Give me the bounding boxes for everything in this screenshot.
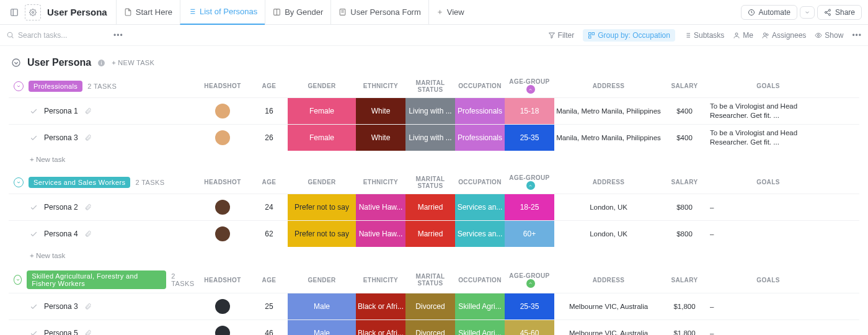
- group-label[interactable]: Services and Sales Workers: [29, 177, 130, 188]
- column-header[interactable]: GENDER: [288, 83, 356, 89]
- column-header[interactable]: HEADSHOT: [195, 83, 250, 89]
- address-cell[interactable]: Manila, Metro Manila, Philippines: [554, 98, 663, 124]
- sort-badge-icon[interactable]: [526, 85, 535, 94]
- tag-cell[interactable]: Native Haw...: [356, 194, 405, 220]
- address-cell[interactable]: Melbourne VIC, Australia: [554, 293, 663, 319]
- column-header[interactable]: GOALS: [706, 83, 830, 89]
- share-button[interactable]: Share: [817, 5, 862, 20]
- headshot-cell[interactable]: [195, 125, 250, 151]
- salary-cell[interactable]: $400: [663, 98, 706, 124]
- column-header[interactable]: HEADSHOT: [195, 179, 250, 185]
- tag-cell[interactable]: Female: [288, 125, 356, 151]
- salary-cell[interactable]: $1,800: [663, 293, 706, 319]
- column-header[interactable]: GENDER: [288, 277, 356, 284]
- new-task-button[interactable]: + New task: [9, 247, 859, 259]
- check-icon[interactable]: [30, 134, 38, 142]
- automate-button[interactable]: Automate: [741, 5, 797, 20]
- tab-user-persona-form[interactable]: User Persona Form: [330, 0, 428, 25]
- address-cell[interactable]: London, UK: [554, 221, 663, 247]
- task-name-cell[interactable]: Persona 3: [9, 125, 195, 151]
- search-input[interactable]: [18, 31, 105, 40]
- table-row[interactable]: Persona 325MaleBlack or Afri...DivorcedS…: [9, 293, 859, 319]
- goals-cell[interactable]: –: [706, 320, 830, 335]
- table-row[interactable]: Persona 326FemaleWhiteLiving with ...Pro…: [9, 124, 859, 151]
- headshot-cell[interactable]: [195, 293, 250, 319]
- column-header[interactable]: SALARY: [663, 179, 706, 185]
- space-settings-icon[interactable]: [25, 4, 41, 20]
- tag-cell[interactable]: 18-25: [505, 194, 554, 220]
- table-row[interactable]: Persona 116FemaleWhiteLiving with ...Pro…: [9, 97, 859, 124]
- address-cell[interactable]: Melbourne VIC, Australia: [554, 320, 663, 335]
- table-row[interactable]: Persona 546MaleBlack or Afri...DivorcedS…: [9, 319, 859, 335]
- tag-cell[interactable]: Prefer not to say: [288, 194, 356, 220]
- column-header[interactable]: SALARY: [663, 83, 706, 89]
- tag-cell[interactable]: Divorced: [405, 320, 455, 335]
- tag-cell[interactable]: Male: [288, 293, 356, 319]
- tag-cell[interactable]: Services an...: [455, 194, 505, 220]
- column-header[interactable]: OCCUPATION: [455, 179, 505, 185]
- headshot-cell[interactable]: [195, 194, 250, 220]
- tag-cell[interactable]: Black or Afri...: [356, 293, 405, 319]
- column-header[interactable]: ETHNICITY: [356, 83, 405, 89]
- check-icon[interactable]: [30, 203, 38, 212]
- goals-cell[interactable]: –: [706, 293, 830, 319]
- sort-badge-icon[interactable]: [526, 279, 535, 288]
- tag-cell[interactable]: Married: [405, 194, 455, 220]
- table-row[interactable]: Persona 224Prefer not to sayNative Haw..…: [9, 194, 859, 220]
- column-header[interactable]: AGE: [250, 83, 288, 89]
- tag-cell[interactable]: Professionals: [455, 98, 505, 124]
- tag-cell[interactable]: Professionals: [455, 125, 505, 151]
- column-header[interactable]: ETHNICITY: [356, 277, 405, 284]
- sort-badge-icon[interactable]: [526, 181, 535, 190]
- column-header[interactable]: ADDRESS: [554, 179, 663, 185]
- column-header[interactable]: HEADSHOT: [195, 277, 250, 284]
- tag-cell[interactable]: 25-35: [505, 293, 554, 319]
- age-cell[interactable]: 46: [250, 320, 288, 335]
- subtasks-button[interactable]: Subtasks: [684, 31, 724, 40]
- address-cell[interactable]: London, UK: [554, 194, 663, 220]
- tag-cell[interactable]: Living with ...: [405, 98, 455, 124]
- tag-cell[interactable]: Black or Afri...: [356, 320, 405, 335]
- attachment-icon[interactable]: [84, 329, 92, 335]
- headshot-cell[interactable]: [195, 320, 250, 335]
- new-task-header-button[interactable]: + NEW TASK: [112, 59, 154, 66]
- tag-cell[interactable]: Female: [288, 98, 356, 124]
- tag-cell[interactable]: 45-60: [505, 320, 554, 335]
- tag-cell[interactable]: Skilled Agri...: [455, 293, 505, 319]
- column-header[interactable]: OCCUPATION: [455, 277, 505, 284]
- column-header[interactable]: GOALS: [706, 179, 830, 185]
- address-cell[interactable]: Manila, Metro Manila, Philippines: [554, 125, 663, 151]
- group-by-button[interactable]: Group by: Occupation: [583, 29, 675, 42]
- goals-cell[interactable]: To be a Virologist and Head Researcher. …: [706, 98, 830, 124]
- column-header[interactable]: AGE: [250, 277, 288, 284]
- toolbar-more-icon[interactable]: •••: [852, 31, 862, 40]
- table-row[interactable]: Persona 462Prefer not to sayNative Haw..…: [9, 220, 859, 247]
- column-header[interactable]: ADDRESS: [554, 277, 663, 284]
- salary-cell[interactable]: $800: [663, 221, 706, 247]
- tag-cell[interactable]: White: [356, 98, 405, 124]
- tag-cell[interactable]: Skilled Agri...: [455, 320, 505, 335]
- goals-cell[interactable]: –: [706, 221, 830, 247]
- task-name-cell[interactable]: Persona 1: [9, 98, 195, 124]
- column-header[interactable]: MARITAL STATUS: [405, 273, 455, 287]
- tag-cell[interactable]: Native Haw...: [356, 221, 405, 247]
- column-header[interactable]: GENDER: [288, 179, 356, 185]
- age-cell[interactable]: 16: [250, 98, 288, 124]
- show-button[interactable]: Show: [815, 31, 843, 40]
- salary-cell[interactable]: $400: [663, 125, 706, 151]
- group-label[interactable]: Skilled Agricultural, Forestry and Fishe…: [27, 270, 166, 289]
- automate-dropdown[interactable]: [800, 6, 815, 19]
- column-header[interactable]: AGE-GROUP: [505, 174, 554, 190]
- attachment-icon[interactable]: [84, 230, 92, 238]
- task-name-cell[interactable]: Persona 5: [9, 320, 195, 335]
- check-icon[interactable]: [30, 230, 38, 238]
- tab-start-here[interactable]: Start Here: [116, 0, 180, 25]
- column-header[interactable]: AGE: [250, 179, 288, 185]
- goals-cell[interactable]: –: [706, 194, 830, 220]
- group-collapse-icon[interactable]: [14, 275, 22, 285]
- attachment-icon[interactable]: [84, 203, 92, 211]
- salary-cell[interactable]: $800: [663, 194, 706, 220]
- column-header[interactable]: GOALS: [706, 277, 830, 284]
- column-header[interactable]: OCCUPATION: [455, 83, 505, 89]
- check-icon[interactable]: [30, 303, 38, 311]
